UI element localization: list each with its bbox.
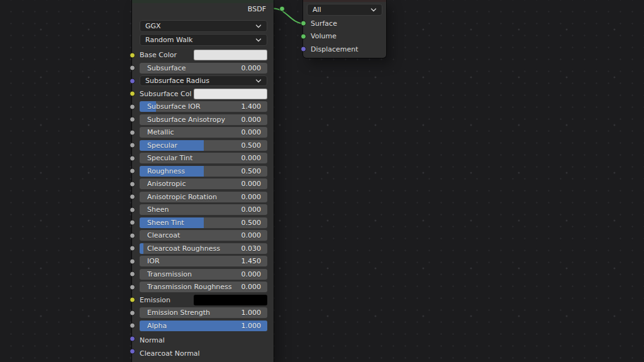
specular-input-socket[interactable]: [130, 143, 135, 148]
transmission-roughness-value: 0.000: [242, 283, 262, 291]
slider-sheen-tint[interactable]: Sheen Tint0.500: [140, 217, 267, 228]
slider-specular[interactable]: Specular0.500: [140, 140, 267, 151]
slider-roughness[interactable]: Roughness0.500: [140, 166, 267, 177]
anisotropic-rotation-value: 0.000: [242, 193, 262, 201]
transmission-input-socket[interactable]: [130, 272, 135, 277]
clearcoat-roughness-row: Clearcoat Roughness0.030: [140, 243, 267, 254]
specular-tint-label: Specular Tint: [147, 154, 242, 162]
slider-transmission[interactable]: Transmission0.000: [140, 269, 267, 280]
roughness-input-socket[interactable]: [130, 168, 135, 174]
random-walk-row: Random Walk: [140, 34, 267, 46]
slider-anisotropic-rotation[interactable]: Anisotropic Rotation0.000: [140, 192, 267, 202]
output-target-dropdown[interactable]: All: [307, 4, 382, 16]
clearcoat-normal-row: Clearcoat Normal: [140, 346, 267, 357]
slider-subsurface[interactable]: Subsurface0.000: [140, 63, 267, 74]
bsdf-output-socket[interactable]: [279, 6, 285, 12]
slider-clearcoat[interactable]: Clearcoat0.000: [140, 230, 267, 241]
volume-input-row: Volume: [303, 30, 386, 43]
displacement-label: Displacement: [311, 45, 358, 53]
subsurface-col-color-swatch[interactable]: [194, 89, 267, 99]
specular-tint-input-socket[interactable]: [130, 155, 135, 161]
roughness-label: Roughness: [147, 167, 242, 175]
anisotropic-input-socket[interactable]: [130, 181, 135, 187]
slider-sheen[interactable]: Sheen0.000: [140, 204, 267, 215]
subsurface-ior-input-socket[interactable]: [130, 104, 135, 109]
node-editor-canvas[interactable]: BSDF GGXRandom WalkBase ColorSubsurface0…: [0, 0, 644, 362]
sheen-label: Sheen: [147, 206, 242, 214]
transmission-roughness-row: Transmission Roughness0.000: [140, 282, 267, 292]
normal-input-socket[interactable]: [130, 336, 135, 341]
material-output-node[interactable]: All SurfaceVolumeDisplacement: [303, 0, 386, 58]
transmission-roughness-input-socket[interactable]: [130, 284, 135, 290]
slider-alpha[interactable]: Alpha1.000: [140, 321, 267, 331]
ggx-row: GGX: [140, 20, 267, 32]
volume-input-socket[interactable]: [301, 33, 306, 39]
anisotropic-label: Anisotropic: [147, 180, 242, 188]
ggx-dropdown[interactable]: GGX: [140, 20, 267, 32]
subsurface-input-socket[interactable]: [130, 65, 135, 71]
sheen-input-socket[interactable]: [130, 207, 135, 212]
subsurface-col-input-socket[interactable]: [130, 91, 135, 97]
ior-input-socket[interactable]: [130, 258, 135, 264]
emission-label: Emission: [140, 295, 194, 305]
emission-input-socket[interactable]: [130, 297, 135, 303]
displacement-input-socket[interactable]: [301, 47, 306, 52]
anisotropic-rotation-label: Anisotropic Rotation: [147, 193, 242, 201]
ggx-dropdown-value: GGX: [145, 22, 253, 30]
metallic-input-socket[interactable]: [130, 129, 135, 135]
slider-emission-strength[interactable]: Emission Strength1.000: [140, 307, 267, 318]
ior-label: IOR: [147, 257, 242, 265]
transmission-label: Transmission: [147, 270, 242, 278]
subsurface-radius-input-socket[interactable]: [130, 78, 135, 84]
emission-strength-label: Emission Strength: [147, 309, 242, 317]
normal-label: Normal: [140, 336, 165, 344]
slider-ior[interactable]: IOR1.450: [140, 256, 267, 266]
roughness-value: 0.500: [242, 167, 262, 175]
emission-color-swatch[interactable]: [194, 295, 267, 305]
subsurface-ior-value: 1.400: [242, 102, 262, 111]
random-walk-dropdown[interactable]: Random Walk: [140, 34, 267, 46]
slider-anisotropic[interactable]: Anisotropic0.000: [140, 178, 267, 189]
slider-subsurface-ior[interactable]: Subsurface IOR1.400: [140, 101, 267, 112]
specular-label: Specular: [147, 141, 242, 150]
metallic-value: 0.000: [242, 128, 262, 136]
slider-subsurface-anisotropy[interactable]: Subsurface Anisotropy0.000: [140, 114, 267, 125]
alpha-input-socket[interactable]: [130, 323, 135, 329]
slider-metallic[interactable]: Metallic0.000: [140, 127, 267, 138]
roughness-row: Roughness0.500: [140, 166, 267, 177]
subsurface-anisotropy-input-socket[interactable]: [130, 117, 135, 123]
slider-transmission-roughness[interactable]: Transmission Roughness0.000: [140, 282, 267, 292]
principled-bsdf-node[interactable]: BSDF GGXRandom WalkBase ColorSubsurface0…: [132, 0, 274, 362]
slider-specular-tint[interactable]: Specular Tint0.000: [140, 153, 267, 163]
subsurface-anisotropy-value: 0.000: [242, 116, 262, 124]
subsurface-radius-dropdown[interactable]: Subsurface Radius: [140, 75, 267, 86]
clearcoat-roughness-label: Clearcoat Roughness: [147, 244, 242, 253]
bsdf-to-surface-noodle[interactable]: [274, 9, 304, 24]
specular-tint-row: Specular Tint0.000: [140, 153, 267, 163]
emission-strength-input-socket[interactable]: [130, 310, 135, 315]
output-target-dropdown-value: All: [313, 6, 368, 14]
anisotropic-value: 0.000: [242, 180, 262, 188]
subsurface-radius-row: Subsurface Radius: [140, 75, 267, 86]
subsurface-row: Subsurface0.000: [140, 63, 267, 74]
base-color-input-socket[interactable]: [130, 52, 135, 58]
slider-clearcoat-roughness[interactable]: Clearcoat Roughness0.030: [140, 243, 267, 254]
emission-strength-value: 1.000: [242, 309, 262, 317]
subsurface-anisotropy-row: Subsurface Anisotropy0.000: [140, 114, 267, 125]
clearcoat-normal-input-socket[interactable]: [130, 349, 135, 354]
sheen-tint-label: Sheen Tint: [147, 219, 242, 227]
anisotropic-rotation-input-socket[interactable]: [130, 194, 135, 200]
base-color-color-swatch[interactable]: [194, 50, 267, 60]
bsdf-output-label: BSDF: [248, 5, 266, 13]
alpha-value: 1.000: [242, 322, 262, 330]
base-color-row: Base Color: [140, 50, 267, 60]
sheen-tint-input-socket[interactable]: [130, 220, 135, 226]
random-walk-dropdown-value: Random Walk: [145, 36, 253, 44]
sheen-tint-value: 0.500: [242, 219, 262, 227]
surface-input-socket[interactable]: [301, 21, 306, 26]
clearcoat-roughness-input-socket[interactable]: [130, 246, 135, 251]
output-node-header-strip: [303, 0, 386, 2]
subsurface-anisotropy-label: Subsurface Anisotropy: [147, 116, 242, 124]
clearcoat-input-socket[interactable]: [130, 233, 135, 238]
clearcoat-roughness-value: 0.030: [242, 244, 262, 253]
